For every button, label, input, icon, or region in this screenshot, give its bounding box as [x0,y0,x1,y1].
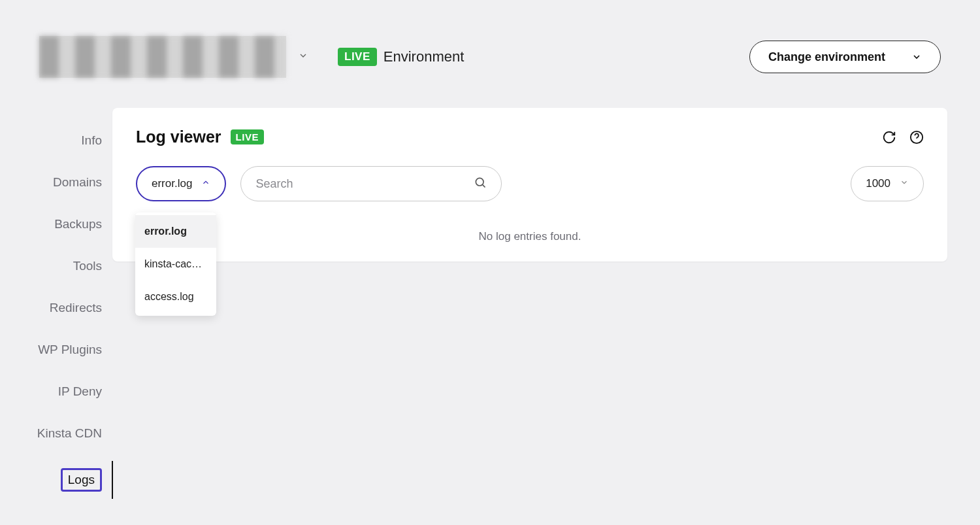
chevron-down-icon [298,50,308,61]
search-field-wrap[interactable] [240,166,502,201]
sidebar-nav: Info Domains Backups Tools Redirects WP … [0,108,112,525]
dropdown-option-access-log[interactable]: access.log [135,280,216,313]
chevron-down-icon [900,177,909,190]
refresh-icon [882,130,896,144]
sidebar-item-logs-wrap[interactable]: Logs [58,466,105,494]
svg-point-2 [476,178,484,186]
svg-line-3 [483,185,485,188]
sidebar-item-redirects[interactable]: Redirects [47,299,105,317]
refresh-button[interactable] [882,130,896,144]
content-area: Info Domains Backups Tools Redirects WP … [0,108,980,525]
log-file-select[interactable]: error.log [136,166,226,201]
panel-header: Log viewer LIVE [136,127,924,146]
sidebar-item-wp-plugins[interactable]: WP Plugins [35,341,105,359]
sidebar-item-logs[interactable]: Logs [61,468,102,492]
environment-indicator: LIVE Environment [338,48,464,66]
change-environment-label: Change environment [768,50,885,64]
page-header: LIVE Environment Change environment [39,36,941,78]
log-file-dropdown-menu: error.log kinsta-cac… access.log [135,212,216,316]
search-input[interactable] [255,177,474,191]
site-name-redacted [39,36,286,78]
row-count-value: 1000 [866,177,890,190]
help-button[interactable] [909,130,924,144]
controls-row: error.log 1000 [136,166,924,201]
live-badge: LIVE [338,48,377,66]
environment-label: Environment [384,48,465,65]
chevron-down-icon [911,52,922,62]
panel-title: Log viewer [136,127,221,146]
sidebar-item-backups[interactable]: Backups [52,215,105,233]
sidebar-item-kinsta-cdn[interactable]: Kinsta CDN [35,424,105,443]
panel-live-badge: LIVE [231,129,264,144]
dropdown-option-error-log[interactable]: error.log [135,215,216,248]
chevron-up-icon [201,177,210,190]
log-viewer-panel: Log viewer LIVE error.log [112,108,947,262]
search-icon [474,176,487,192]
sidebar-item-tools[interactable]: Tools [71,257,105,275]
log-file-select-value: error.log [152,177,192,190]
dropdown-option-kinsta-cache[interactable]: kinsta-cac… [135,248,216,280]
panel-actions [882,130,924,144]
site-dropdown-caret[interactable] [298,50,308,63]
sidebar-item-ip-deny[interactable]: IP Deny [56,382,105,401]
row-count-select[interactable]: 1000 [851,166,924,201]
change-environment-button[interactable]: Change environment [749,41,941,73]
sidebar-item-domains[interactable]: Domains [50,173,105,192]
help-icon [909,130,924,144]
empty-state-message: No log entries found. [136,230,924,243]
sidebar-item-info[interactable]: Info [78,131,105,150]
